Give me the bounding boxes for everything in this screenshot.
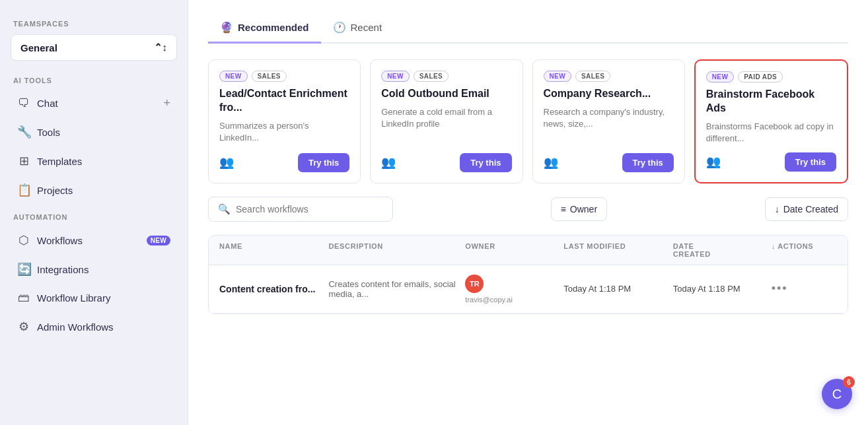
card-title: Lead/Contact Enrichment fro... — [219, 87, 349, 115]
sidebar-item-label: Tools — [37, 127, 170, 138]
owner-filter-icon: ≡ — [561, 204, 566, 214]
sidebar-item-workflows[interactable]: ⬡ Workflows NEW — [11, 228, 177, 253]
row-name: Content creation fro... — [219, 284, 328, 294]
badge-new: NEW — [544, 71, 572, 82]
card-title: Brainstorm Facebook Ads — [706, 88, 836, 115]
users-icon: 👥 — [381, 155, 396, 170]
row-owner: TR travis@copy.ai — [465, 275, 563, 304]
row-date-created: Today At 1:18 PM — [673, 284, 772, 294]
templates-icon: ⊞ — [17, 154, 30, 168]
sidebar-item-projects[interactable]: 📋 Projects — [11, 178, 177, 203]
col-name: NAME — [219, 242, 328, 258]
card-badges: NEW SALES — [381, 71, 511, 82]
search-icon: 🔍 — [218, 203, 231, 215]
card-lead-contact[interactable]: NEW SALES Lead/Contact Enrichment fro...… — [208, 59, 361, 183]
col-actions: ↓ ACTIONS — [772, 242, 837, 258]
table-header: NAME DESCRIPTION OWNER LAST MODIFIED DAT… — [209, 236, 848, 265]
sidebar-item-chat[interactable]: 🗨 Chat + — [11, 91, 177, 115]
workflow-controls: 🔍 ≡ Owner ↓ Date Created — [208, 197, 848, 222]
projects-icon: 📋 — [17, 183, 30, 197]
sidebar-item-tools[interactable]: 🔧 Tools — [11, 119, 177, 145]
try-button[interactable]: Try this — [298, 153, 349, 172]
badge-paid-ads: PAID ADS — [738, 71, 783, 82]
row-actions[interactable]: ••• — [772, 282, 837, 296]
sort-icon: ↓ — [775, 204, 779, 214]
chevron-icon: ⌃↕ — [154, 42, 168, 53]
chat-icon: 🗨 — [17, 96, 30, 110]
owner-filter-button[interactable]: ≡ Owner — [551, 197, 607, 221]
card-company-research[interactable]: NEW SALES Company Research... Research a… — [532, 59, 685, 183]
table-row[interactable]: Content creation fro... Creates content … — [209, 265, 848, 313]
col-last-modified: LAST MODIFIED — [563, 242, 672, 258]
sidebar-item-templates[interactable]: ⊞ Templates — [11, 148, 177, 174]
date-created-filter-button[interactable]: ↓ Date Created — [765, 197, 848, 221]
tab-recommended[interactable]: 🔮 Recommended — [208, 16, 321, 44]
card-footer: 👥 Try this — [381, 153, 511, 172]
row-last-modified: Today At 1:18 PM — [563, 284, 672, 294]
badge-sales: SALES — [414, 71, 449, 82]
chat-bubble-icon: C — [832, 387, 842, 402]
cards-row: NEW SALES Lead/Contact Enrichment fro...… — [208, 59, 848, 183]
badge-sales: SALES — [575, 71, 610, 82]
tab-recommended-label: Recommended — [238, 22, 309, 33]
try-button[interactable]: Try this — [785, 152, 836, 172]
teamspace-name: General — [20, 42, 57, 53]
badge-sales: SALES — [252, 71, 287, 82]
search-input[interactable] — [236, 204, 383, 214]
card-badges: NEW SALES — [544, 71, 674, 82]
col-description: DESCRIPTION — [328, 242, 465, 258]
sidebar-item-admin-workflows[interactable]: ⚙ Admin Workflows — [11, 314, 177, 339]
chat-support-bubble[interactable]: C 6 — [822, 379, 852, 409]
row-description: Creates content for emails, social media… — [328, 279, 465, 299]
card-badges: NEW SALES — [219, 71, 349, 82]
card-desc: Research a company's industry, news, siz… — [544, 106, 674, 145]
tab-recent-label: Recent — [351, 22, 382, 33]
sidebar-item-workflow-library[interactable]: 🗃 Workflow Library — [11, 286, 177, 310]
card-footer: 👥 Try this — [219, 153, 349, 172]
integrations-icon: 🔄 — [17, 262, 30, 277]
card-footer: 👥 Try this — [706, 152, 836, 172]
owner-avatar: TR — [465, 275, 484, 293]
ai-tools-label: AI TOOLS — [11, 77, 177, 84]
search-box[interactable]: 🔍 — [208, 197, 393, 222]
card-footer: 👥 Try this — [544, 153, 674, 172]
badge-new: NEW — [381, 71, 410, 82]
owner-filter-label: Owner — [570, 204, 597, 214]
chat-bubble-badge: 6 — [843, 376, 855, 388]
users-icon: 👥 — [219, 155, 234, 170]
teamspace-selector[interactable]: General ⌃↕ — [11, 34, 177, 61]
recent-icon: 🕐 — [333, 21, 346, 34]
card-brainstorm-facebook[interactable]: NEW PAID ADS Brainstorm Facebook Ads Bra… — [694, 59, 848, 183]
card-desc: Brainstorms Facebook ad copy in differen… — [706, 121, 836, 145]
card-desc: Generate a cold email from a LinkedIn pr… — [381, 106, 511, 145]
card-badges: NEW PAID ADS — [706, 71, 836, 82]
sidebar: TEAMSPACES General ⌃↕ AI TOOLS 🗨 Chat + … — [0, 0, 188, 425]
col-owner: OWNER — [465, 242, 563, 258]
admin-workflows-icon: ⚙ — [17, 319, 30, 334]
tab-recent[interactable]: 🕐 Recent — [321, 16, 394, 44]
badge-new: NEW — [219, 71, 248, 82]
users-icon: 👥 — [544, 155, 558, 170]
sidebar-item-label: Templates — [37, 156, 170, 167]
card-cold-outbound[interactable]: NEW SALES Cold Outbound Email Generate a… — [370, 59, 523, 183]
teamspaces-label: TEAMSPACES — [11, 20, 177, 28]
tools-icon: 🔧 — [17, 125, 30, 139]
badge-new: NEW — [706, 71, 735, 82]
try-button[interactable]: Try this — [460, 153, 511, 172]
sidebar-item-label: Projects — [37, 185, 170, 196]
tab-bar: 🔮 Recommended 🕐 Recent — [208, 16, 848, 44]
card-title: Company Research... — [544, 87, 674, 101]
actions-menu-icon[interactable]: ••• — [772, 282, 788, 296]
automation-label: AUTOMATION — [11, 213, 177, 221]
workflow-library-icon: 🗃 — [17, 291, 30, 305]
card-desc: Summarizes a person's LinkedIn... — [219, 120, 349, 145]
workflows-icon: ⬡ — [17, 233, 30, 247]
add-chat-icon[interactable]: + — [163, 96, 170, 110]
recommended-icon: 🔮 — [220, 21, 233, 34]
sidebar-item-integrations[interactable]: 🔄 Integrations — [11, 257, 177, 282]
sidebar-admin-workflows-label: Admin Workflows — [37, 321, 170, 333]
try-button[interactable]: Try this — [622, 153, 674, 172]
sidebar-workflows-label: Workflows — [37, 235, 140, 246]
sidebar-integrations-label: Integrations — [37, 264, 170, 275]
users-icon: 👥 — [706, 154, 721, 169]
